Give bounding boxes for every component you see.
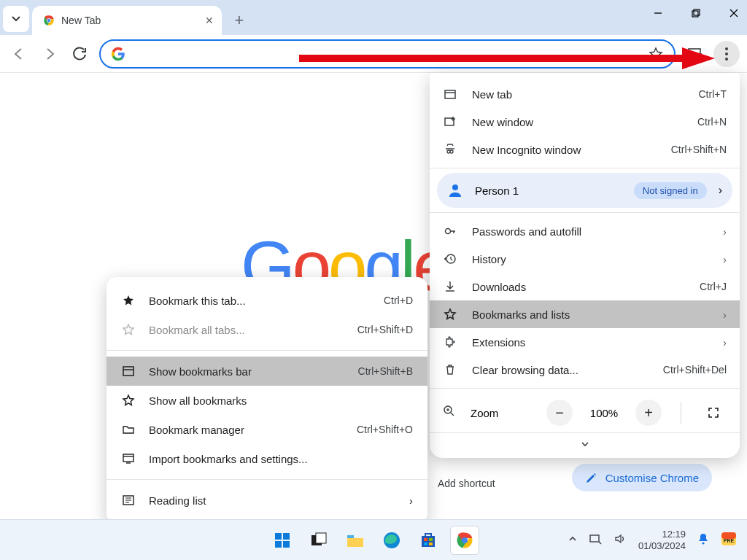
star-icon [121, 293, 136, 308]
chrome-taskbar-button[interactable] [450, 526, 479, 555]
browser-tab[interactable]: New Tab ✕ [32, 6, 222, 35]
zoom-icon [443, 405, 456, 421]
menu-zoom: Zoom − 100% + [430, 393, 740, 432]
menu-profile[interactable]: Person 1 Not signed in › [437, 173, 732, 208]
svg-rect-13 [445, 90, 455, 98]
submenu-show-bookmarks-bar[interactable]: Show bookmarks bar Ctrl+Shift+B [107, 357, 427, 386]
windows-taskbar: 12:19 01/03/2024 PRE [0, 519, 747, 560]
svg-rect-49 [424, 542, 427, 545]
menu-new-window[interactable]: New window Ctrl+N [430, 108, 740, 136]
menu-extensions[interactable]: Extensions › [430, 328, 740, 356]
tray-clock[interactable]: 12:19 01/03/2024 [638, 529, 686, 551]
svg-rect-50 [429, 542, 433, 545]
tray-overflow-icon[interactable] [568, 534, 577, 545]
store-button[interactable] [414, 526, 443, 555]
svg-line-24 [451, 413, 454, 416]
star-icon [121, 393, 136, 408]
new-window-icon [443, 114, 457, 129]
zoom-out-button[interactable]: − [546, 400, 573, 426]
svg-rect-4 [692, 11, 698, 17]
task-view-button[interactable] [304, 526, 333, 555]
toolbar [0, 35, 747, 73]
tab-search-button[interactable] [3, 6, 29, 32]
submenu-import[interactable]: Import bookmarks and settings... [107, 444, 427, 473]
file-explorer-button[interactable] [341, 526, 370, 555]
window-controls [649, 4, 743, 22]
chrome-menu-button[interactable] [713, 41, 740, 67]
svg-point-10 [725, 47, 728, 50]
download-icon [443, 279, 457, 294]
new-tab-button[interactable]: + [228, 9, 251, 32]
incognito-icon [443, 142, 457, 157]
svg-point-19 [446, 229, 451, 234]
add-shortcut-label[interactable]: Add shortcut [438, 478, 495, 489]
taskbar-center [268, 526, 479, 555]
submenu-bookmark-all: Bookmark all tabs... Ctrl+Shift+D [107, 315, 427, 344]
zoom-value: 100% [587, 407, 621, 419]
pencil-icon [585, 471, 598, 484]
address-bar[interactable] [99, 39, 676, 69]
chrome-favicon-icon [42, 14, 55, 27]
system-tray: 12:19 01/03/2024 PRE [568, 529, 737, 551]
star-outline-icon [121, 322, 136, 337]
menu-bookmarks[interactable]: Bookmarks and lists › [430, 300, 740, 328]
svg-rect-44 [347, 535, 354, 538]
chrome-main-menu: New tab Ctrl+T New window Ctrl+N New Inc… [430, 73, 740, 458]
menu-expand-button[interactable] [430, 432, 740, 454]
submenu-bookmark-tab[interactable]: Bookmark this tab... Ctrl+D [107, 286, 427, 315]
bookmarks-submenu: Bookmark this tab... Ctrl+D Bookmark all… [107, 277, 427, 524]
menu-new-tab[interactable]: New tab Ctrl+T [430, 80, 740, 108]
submenu-show-all[interactable]: Show all bookmarks [107, 386, 427, 415]
volume-icon[interactable] [614, 533, 627, 547]
svg-rect-46 [422, 536, 435, 547]
menu-downloads[interactable]: Downloads Ctrl+J [430, 273, 740, 300]
tab-close-button[interactable]: ✕ [203, 14, 216, 27]
url-input[interactable] [134, 47, 639, 60]
chevron-right-icon: › [409, 494, 413, 507]
svg-point-52 [462, 537, 468, 542]
maximize-button[interactable] [687, 4, 705, 22]
svg-text:PRE: PRE [724, 538, 735, 543]
person-icon [447, 182, 463, 198]
bookmark-star-button[interactable] [648, 46, 664, 62]
customise-chrome-button[interactable]: Customise Chrome [572, 464, 712, 491]
history-icon [443, 252, 457, 266]
svg-rect-38 [275, 533, 282, 540]
trash-icon [443, 362, 457, 377]
menu-passwords[interactable]: Passwords and autofill › [430, 217, 740, 245]
extension-icon [443, 335, 457, 349]
svg-rect-47 [424, 538, 427, 541]
minimize-button[interactable] [649, 4, 667, 22]
edge-button[interactable] [377, 526, 406, 555]
svg-rect-40 [275, 541, 282, 548]
menu-clear-data[interactable]: Clear browsing data... Ctrl+Shift+Del [430, 356, 740, 384]
google-g-icon [111, 47, 125, 61]
install-app-icon[interactable] [683, 42, 706, 66]
menu-history[interactable]: History › [430, 245, 740, 273]
submenu-reading-list[interactable]: Reading list › [107, 486, 427, 515]
start-button[interactable] [268, 526, 297, 555]
titlebar: New Tab ✕ + [0, 0, 747, 35]
forward-button[interactable] [38, 42, 61, 66]
close-window-button[interactable] [725, 4, 743, 22]
zoom-in-button[interactable]: + [635, 400, 662, 426]
svg-point-12 [725, 58, 728, 61]
svg-rect-53 [590, 535, 599, 542]
svg-point-18 [452, 184, 458, 190]
reload-button[interactable] [69, 42, 92, 66]
chevron-right-icon: › [719, 184, 722, 197]
network-icon[interactable] [589, 533, 602, 547]
svg-line-54 [599, 542, 601, 544]
notifications-icon[interactable] [697, 532, 709, 548]
key-icon [443, 224, 457, 238]
svg-rect-43 [316, 533, 326, 543]
pre-badge-icon[interactable]: PRE [721, 532, 737, 548]
svg-rect-39 [283, 533, 290, 540]
back-button[interactable] [7, 42, 31, 66]
not-signed-in-badge: Not signed in [634, 182, 707, 199]
svg-point-55 [702, 542, 704, 544]
svg-rect-27 [123, 367, 133, 376]
fullscreen-button[interactable] [700, 400, 727, 426]
submenu-bookmark-manager[interactable]: Bookmark manager Ctrl+Shift+O [107, 415, 427, 444]
menu-incognito[interactable]: New Incognito window Ctrl+Shift+N [430, 136, 740, 163]
